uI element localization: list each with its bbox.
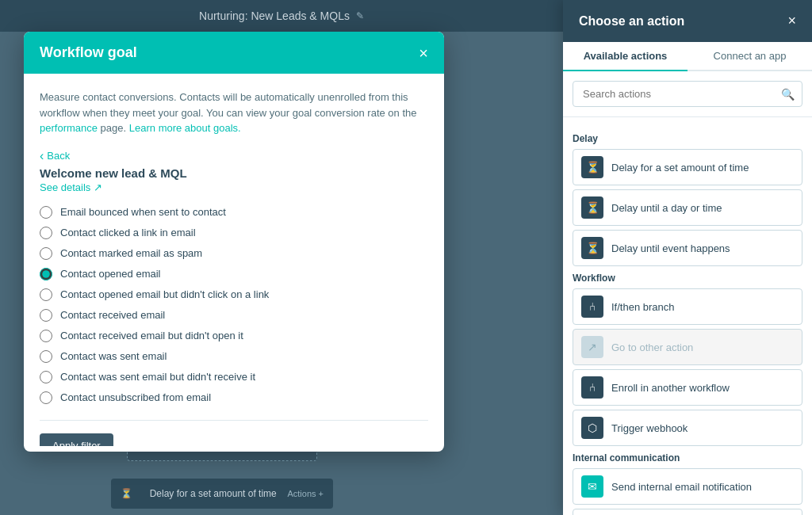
- tab-connect[interactable]: Connect an app: [688, 42, 812, 71]
- radio-item: Email bounced when sent to contact: [40, 206, 428, 219]
- radio-r3[interactable]: [40, 247, 52, 260]
- radio-r1[interactable]: [40, 206, 52, 219]
- radio-label-r6: Contact received email: [60, 309, 165, 321]
- panel-close-button[interactable]: ×: [787, 13, 796, 29]
- panel-title: Choose an action: [579, 14, 684, 29]
- action-icon-wf3: ⑃: [581, 376, 603, 399]
- section-label: Internal communication: [573, 452, 802, 464]
- radio-label-r10: Contact unsubscribed from email: [60, 391, 211, 403]
- radio-label-r2: Contact clicked a link in email: [60, 227, 196, 238]
- radio-r4[interactable]: [40, 268, 52, 280]
- action-label-wf2: Go to other action: [611, 341, 693, 353]
- delay-block-label: Delay for a set amount of time: [150, 488, 277, 499]
- action-icon-ic1: ✉: [581, 475, 603, 498]
- learn-more-link[interactable]: Learn more about goals.: [129, 122, 241, 134]
- action-label-wf1: If/then branch: [611, 301, 675, 313]
- workflow-title: Nurturing: New Leads & MQLs: [199, 10, 350, 22]
- action-icon-delay1: ⏳: [581, 156, 603, 178]
- action-item-delay1[interactable]: ⏳Delay for a set amount of time: [573, 149, 802, 185]
- performance-link[interactable]: performance: [40, 122, 98, 134]
- action-item-delay3[interactable]: ⏳Delay until event happens: [573, 230, 802, 266]
- edit-icon[interactable]: ✎: [356, 10, 364, 21]
- radio-item: Contact clicked a link in email: [40, 227, 428, 239]
- right-panel: Choose an action × Available actionsConn…: [563, 0, 812, 515]
- radio-label-r5: Contact opened email but didn't click on…: [60, 288, 269, 300]
- action-icon-wf2: ↗: [581, 336, 603, 358]
- radio-label-r3: Contact marked email as spam: [60, 247, 202, 259]
- action-icon-delay3: ⏳: [581, 237, 603, 259]
- radio-item: Contact received email but didn't open i…: [40, 330, 428, 342]
- radio-r8[interactable]: [40, 350, 52, 363]
- actions-dropdown[interactable]: Actions +: [287, 489, 324, 498]
- search-box: 🔍: [563, 71, 812, 117]
- radio-label-r8: Contact was sent email: [60, 350, 167, 362]
- modal-close-button[interactable]: ×: [419, 45, 428, 61]
- delay-block: ⏳ Delay for a set amount of time Actions…: [111, 479, 333, 509]
- radio-item: Contact received email: [40, 309, 428, 322]
- goal-title: Welcome new lead & MQL: [40, 166, 428, 180]
- radio-r6[interactable]: [40, 309, 52, 322]
- radio-item: Contact opened email: [40, 268, 428, 280]
- divider: [40, 420, 428, 421]
- radio-list: Email bounced when sent to contactContac…: [40, 206, 428, 404]
- action-icon-wf1: ⑃: [581, 296, 603, 318]
- action-label-delay3: Delay until event happens: [611, 242, 730, 254]
- radio-r9[interactable]: [40, 371, 52, 383]
- section-label: Workflow: [573, 273, 802, 284]
- search-input[interactable]: [573, 81, 802, 107]
- action-label-wf4: Trigger webhook: [611, 422, 688, 434]
- top-bar: Nurturing: New Leads & MQLs ✎: [0, 0, 563, 32]
- action-icon-delay2: ⏳: [581, 196, 603, 219]
- radio-r10[interactable]: [40, 391, 52, 404]
- see-details-link[interactable]: See details ↗: [40, 181, 428, 193]
- radio-r5[interactable]: [40, 288, 52, 301]
- section-label: Delay: [573, 133, 802, 144]
- action-item-ic1[interactable]: ✉Send internal email notification: [573, 468, 802, 505]
- radio-label-r9: Contact was sent email but didn't receiv…: [60, 371, 255, 383]
- modal-body: Measure contact conversions. Contacts wi…: [24, 74, 444, 446]
- action-icon-wf4: ⬡: [581, 417, 603, 439]
- modal-title: Workflow goal: [40, 44, 137, 61]
- action-item-wf1[interactable]: ⑃If/then branch: [573, 288, 802, 325]
- radio-label-r1: Email bounced when sent to contact: [60, 206, 226, 218]
- apply-filter-button[interactable]: Apply filter: [40, 433, 113, 447]
- search-icon: 🔍: [781, 88, 795, 101]
- action-label-delay2: Delay until a day or time: [611, 202, 722, 214]
- action-item-wf2: ↗Go to other action: [573, 329, 802, 365]
- panel-tabs: Available actionsConnect an app: [563, 42, 812, 71]
- radio-item: Contact opened email but didn't click on…: [40, 288, 428, 301]
- action-item-ic2[interactable]: ✉Send internal marketing email: [573, 509, 802, 515]
- radio-item: Contact was sent email but didn't receiv…: [40, 371, 428, 383]
- back-link[interactable]: Back: [40, 149, 428, 163]
- action-item-wf3[interactable]: ⑃Enroll in another workflow: [573, 369, 802, 406]
- workflow-goal-modal: Workflow goal × Measure contact conversi…: [24, 32, 444, 452]
- action-label-wf3: Enroll in another workflow: [611, 382, 730, 394]
- external-link-icon: ↗: [94, 181, 102, 193]
- radio-item: Contact unsubscribed from email: [40, 391, 428, 404]
- action-item-delay2[interactable]: ⏳Delay until a day or time: [573, 189, 802, 226]
- radio-r2[interactable]: [40, 227, 52, 239]
- action-label-delay1: Delay for a set amount of time: [611, 162, 749, 174]
- panel-header: Choose an action ×: [563, 0, 812, 42]
- modal-description: Measure contact conversions. Contacts wi…: [40, 90, 428, 136]
- radio-item: Contact marked email as spam: [40, 247, 428, 260]
- radio-label-r7: Contact received email but didn't open i…: [60, 330, 243, 341]
- radio-r7[interactable]: [40, 330, 52, 342]
- action-item-wf4[interactable]: ⬡Trigger webhook: [573, 410, 802, 446]
- delay-icon: ⏳: [121, 488, 132, 499]
- action-label-ic1: Send internal email notification: [611, 481, 752, 493]
- modal-header: Workflow goal ×: [24, 32, 444, 74]
- radio-item: Contact was sent email: [40, 350, 428, 363]
- tab-available[interactable]: Available actions: [563, 42, 688, 71]
- actions-list: Delay⏳Delay for a set amount of time⏳Del…: [563, 117, 812, 515]
- radio-label-r4: Contact opened email: [60, 268, 160, 280]
